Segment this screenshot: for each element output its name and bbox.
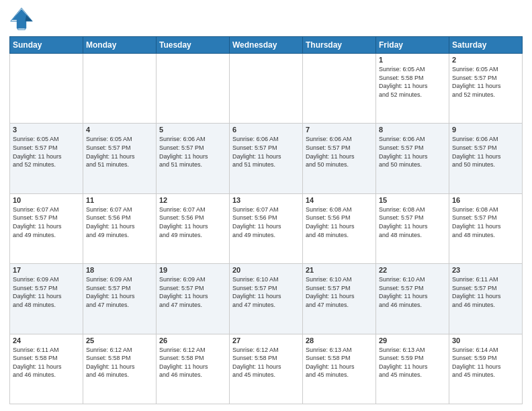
day-info: Sunrise: 6:11 AM Sunset: 5:58 PM Dayligh… [13,346,80,379]
day-info: Sunrise: 6:09 AM Sunset: 5:57 PM Dayligh… [86,275,153,309]
day-number: 6 [232,126,300,134]
day-info: Sunrise: 6:08 AM Sunset: 5:57 PM Dayligh… [452,205,519,239]
header [9,7,523,31]
day-number: 24 [13,336,80,345]
day-info: Sunrise: 6:07 AM Sunset: 5:56 PM Dayligh… [86,205,153,239]
day-info: Sunrise: 6:06 AM Sunset: 5:57 PM Dayligh… [232,135,300,169]
day-info: Sunrise: 6:12 AM Sunset: 5:58 PM Dayligh… [159,346,226,379]
day-cell: 25Sunrise: 6:12 AM Sunset: 5:58 PM Dayli… [83,334,157,404]
day-info: Sunrise: 6:10 AM Sunset: 5:57 PM Dayligh… [379,275,446,309]
day-number: 28 [306,336,373,345]
day-number: 17 [13,266,80,274]
day-number: 18 [86,266,153,274]
day-number: 30 [452,336,519,345]
day-cell: 14Sunrise: 6:08 AM Sunset: 5:56 PM Dayli… [303,193,376,263]
day-info: Sunrise: 6:08 AM Sunset: 5:57 PM Dayligh… [379,205,446,239]
day-cell: 18Sunrise: 6:09 AM Sunset: 5:57 PM Dayli… [83,264,157,334]
day-cell: 19Sunrise: 6:09 AM Sunset: 5:57 PM Dayli… [157,264,230,334]
day-info: Sunrise: 6:09 AM Sunset: 5:57 PM Dayligh… [13,275,80,309]
day-cell [83,54,157,124]
day-info: Sunrise: 6:10 AM Sunset: 5:57 PM Dayligh… [306,275,373,309]
day-cell [230,54,303,124]
day-info: Sunrise: 6:06 AM Sunset: 5:57 PM Dayligh… [159,135,226,169]
day-number: 15 [379,196,446,204]
weekday-header-friday: Friday [376,37,449,54]
week-row-5: 24Sunrise: 6:11 AM Sunset: 5:58 PM Dayli… [10,334,523,404]
day-info: Sunrise: 6:07 AM Sunset: 5:57 PM Dayligh… [13,205,80,239]
day-cell: 11Sunrise: 6:07 AM Sunset: 5:56 PM Dayli… [83,193,157,263]
week-row-1: 1Sunrise: 6:05 AM Sunset: 5:58 PM Daylig… [10,54,523,124]
day-number: 2 [452,56,519,64]
day-number: 1 [379,56,446,64]
day-cell: 2Sunrise: 6:05 AM Sunset: 5:57 PM Daylig… [449,54,523,124]
day-info: Sunrise: 6:08 AM Sunset: 5:56 PM Dayligh… [306,205,373,239]
day-info: Sunrise: 6:14 AM Sunset: 5:59 PM Dayligh… [452,346,519,379]
day-number: 14 [306,196,373,204]
day-info: Sunrise: 6:06 AM Sunset: 5:57 PM Dayligh… [306,135,373,169]
day-info: Sunrise: 6:05 AM Sunset: 5:58 PM Dayligh… [379,65,446,99]
day-number: 7 [306,126,373,134]
day-info: Sunrise: 6:06 AM Sunset: 5:57 PM Dayligh… [379,135,446,169]
day-cell [10,54,83,124]
day-cell: 9Sunrise: 6:06 AM Sunset: 5:57 PM Daylig… [449,124,523,193]
day-cell: 22Sunrise: 6:10 AM Sunset: 5:57 PM Dayli… [376,264,449,334]
day-info: Sunrise: 6:09 AM Sunset: 5:57 PM Dayligh… [159,275,226,309]
day-info: Sunrise: 6:07 AM Sunset: 5:56 PM Dayligh… [159,205,226,239]
day-cell: 5Sunrise: 6:06 AM Sunset: 5:57 PM Daylig… [157,124,230,193]
day-cell: 3Sunrise: 6:05 AM Sunset: 5:57 PM Daylig… [10,124,83,193]
calendar-table: SundayMondayTuesdayWednesdayThursdayFrid… [9,36,523,404]
day-number: 9 [452,126,519,134]
day-info: Sunrise: 6:12 AM Sunset: 5:58 PM Dayligh… [232,346,300,379]
day-info: Sunrise: 6:05 AM Sunset: 5:57 PM Dayligh… [13,135,80,169]
day-number: 23 [452,266,519,274]
weekday-header-thursday: Thursday [303,37,376,54]
day-number: 27 [232,336,300,345]
day-number: 22 [379,266,446,274]
day-number: 12 [159,196,226,204]
week-row-3: 10Sunrise: 6:07 AM Sunset: 5:57 PM Dayli… [10,193,523,263]
day-cell: 27Sunrise: 6:12 AM Sunset: 5:58 PM Dayli… [230,334,303,404]
day-cell: 7Sunrise: 6:06 AM Sunset: 5:57 PM Daylig… [303,124,376,193]
day-cell: 6Sunrise: 6:06 AM Sunset: 5:57 PM Daylig… [230,124,303,193]
day-cell: 1Sunrise: 6:05 AM Sunset: 5:58 PM Daylig… [376,54,449,124]
day-cell: 4Sunrise: 6:05 AM Sunset: 5:57 PM Daylig… [83,124,157,193]
day-cell: 23Sunrise: 6:11 AM Sunset: 5:57 PM Dayli… [449,264,523,334]
day-cell: 13Sunrise: 6:07 AM Sunset: 5:56 PM Dayli… [230,193,303,263]
day-number: 11 [86,196,153,204]
svg-marker-2 [25,15,32,21]
weekday-header-sunday: Sunday [10,37,83,54]
day-number: 25 [86,336,153,345]
day-info: Sunrise: 6:05 AM Sunset: 5:57 PM Dayligh… [452,65,519,99]
day-cell: 30Sunrise: 6:14 AM Sunset: 5:59 PM Dayli… [449,334,523,404]
day-number: 19 [159,266,226,274]
day-number: 20 [232,266,300,274]
day-cell [303,54,376,124]
day-cell [157,54,230,124]
day-cell: 20Sunrise: 6:10 AM Sunset: 5:57 PM Dayli… [230,264,303,334]
day-cell: 16Sunrise: 6:08 AM Sunset: 5:57 PM Dayli… [449,193,523,263]
day-number: 4 [86,126,153,134]
week-row-2: 3Sunrise: 6:05 AM Sunset: 5:57 PM Daylig… [10,124,523,193]
day-info: Sunrise: 6:12 AM Sunset: 5:58 PM Dayligh… [86,346,153,379]
day-number: 10 [13,196,80,204]
day-info: Sunrise: 6:11 AM Sunset: 5:57 PM Dayligh… [452,275,519,309]
day-cell: 26Sunrise: 6:12 AM Sunset: 5:58 PM Dayli… [157,334,230,404]
day-number: 3 [13,126,80,134]
day-number: 26 [159,336,226,345]
weekday-header-saturday: Saturday [449,37,523,54]
day-number: 13 [232,196,300,204]
day-info: Sunrise: 6:13 AM Sunset: 5:58 PM Dayligh… [306,346,373,379]
logo-icon [9,7,34,31]
weekday-header-monday: Monday [83,37,157,54]
day-number: 29 [379,336,446,345]
day-cell: 29Sunrise: 6:13 AM Sunset: 5:59 PM Dayli… [376,334,449,404]
day-cell: 24Sunrise: 6:11 AM Sunset: 5:58 PM Dayli… [10,334,83,404]
day-cell: 8Sunrise: 6:06 AM Sunset: 5:57 PM Daylig… [376,124,449,193]
day-cell: 28Sunrise: 6:13 AM Sunset: 5:58 PM Dayli… [303,334,376,404]
day-info: Sunrise: 6:10 AM Sunset: 5:57 PM Dayligh… [232,275,300,309]
day-info: Sunrise: 6:13 AM Sunset: 5:59 PM Dayligh… [379,346,446,379]
day-info: Sunrise: 6:06 AM Sunset: 5:57 PM Dayligh… [452,135,519,169]
day-number: 8 [379,126,446,134]
logo [9,7,36,31]
day-number: 16 [452,196,519,204]
